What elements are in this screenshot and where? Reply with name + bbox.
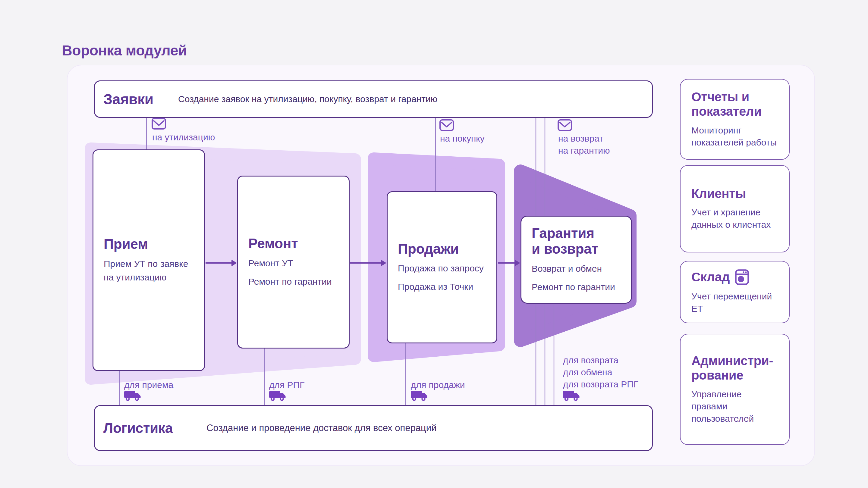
module-priem: Прием Прием УТ по заявке на утилизацию — [93, 150, 205, 371]
delivery-label: для РПГ — [269, 379, 304, 391]
module-item: Продажа из Точки — [398, 280, 486, 293]
request-label-line: на гарантию — [558, 144, 610, 157]
delivery-label-line: для возврата — [563, 354, 638, 366]
sidebar-card-subtitle: Мониторинг показателей работы — [691, 124, 780, 149]
truck-icon — [269, 391, 286, 401]
logistics-bar-title: Логистика — [103, 420, 173, 436]
module-item: Ремонт УТ — [248, 256, 338, 270]
sidebar-card-title: Клиенты — [691, 187, 780, 201]
request-label: на утилизацию — [152, 131, 215, 143]
module-item: Прием УТ по заявке на утилизацию — [104, 257, 194, 284]
sidebar-card-sklad: Склад Учет перемещений ЕТ — [680, 261, 789, 323]
module-item: Ремонт по гарантии — [532, 280, 621, 294]
requests-bar-title: Заявки — [103, 91, 153, 107]
delivery-label-line: для возврата РПГ — [563, 378, 638, 390]
envelope-icon — [152, 119, 165, 129]
module-title: Гарантия и возврат — [532, 226, 604, 257]
truck-icon — [124, 391, 141, 401]
envelope-icon — [558, 120, 571, 130]
sidebar-card-subtitle: Управление правами пользователей — [691, 388, 780, 425]
requests-bar-subtitle: Создание заявок на утилизацию, покупку, … — [178, 94, 437, 104]
sidebar-card-title: Отчеты и показатели — [691, 90, 780, 119]
module-title: Прием — [104, 236, 194, 252]
sidebar-card-title: Склад — [691, 270, 730, 284]
module-prodazhi: Продажи Продажа по запросу Продажа из То… — [387, 191, 497, 344]
truck-icon — [563, 391, 580, 401]
sidebar-card-clients: Клиенты Учет и хранение данных о клиента… — [680, 165, 789, 253]
delivery-label-line: для обмена — [563, 366, 638, 378]
module-item: Возврат и обмен — [532, 262, 621, 275]
requests-bar: Заявки Создание заявок на утилизацию, по… — [94, 80, 653, 118]
logistics-bar: Логистика Создание и проведение доставок… — [94, 405, 653, 451]
sidebar-card-administration: Администри- рование Управление правами п… — [680, 334, 789, 445]
module-title: Продажи — [398, 241, 486, 257]
sidebar-card-title: Администри- рование — [691, 354, 780, 383]
module-title: Ремонт — [248, 236, 338, 252]
delivery-label: для возврата для обмена для возврата РПГ — [563, 354, 638, 390]
logistics-bar-subtitle: Создание и проведение доставок для всех … — [207, 423, 436, 433]
request-label-line: на возврат — [558, 133, 610, 144]
sidebar-card-reports: Отчеты и показатели Мониторинг показател… — [680, 79, 789, 160]
request-label: на возврат на гарантию — [558, 133, 610, 157]
envelope-icon — [440, 120, 453, 130]
truck-icon — [411, 391, 427, 401]
sidebar-card-subtitle: Учет перемещений ЕТ — [691, 290, 780, 315]
module-item: Продажа по запросу — [398, 261, 486, 275]
delivery-label: для приема — [124, 379, 173, 391]
washing-machine-icon — [735, 269, 749, 285]
request-label: на покупку — [440, 133, 485, 144]
sidebar-card-subtitle: Учет и хранение данных о клиентах — [691, 206, 780, 231]
module-remont: Ремонт Ремонт УТ Ремонт по гарантии — [237, 175, 350, 349]
module-garantiya-vozvrat: Гарантия и возврат Возврат и обмен Ремон… — [521, 216, 632, 304]
module-item: Ремонт по гарантии — [248, 275, 338, 288]
delivery-label: для продажи — [411, 379, 465, 391]
